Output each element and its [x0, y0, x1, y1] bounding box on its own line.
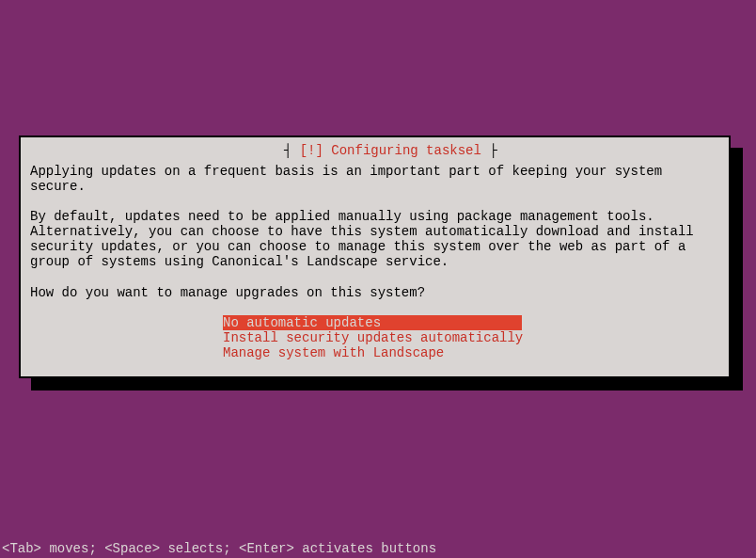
dialog-paragraph-2: By default, updates need to be applied m… [30, 209, 719, 269]
dialog-question: How do you want to manage upgrades on th… [30, 285, 719, 300]
options-list: No automatic updates Install security up… [223, 315, 719, 360]
footer-hint: <Tab> moves; <Space> selects; <Enter> ac… [2, 541, 436, 556]
dialog-title-row: ┤ [!] Configuring tasksel ├ [21, 128, 729, 173]
option-install-security-updates[interactable]: Install security updates automatically [223, 330, 523, 345]
option-manage-with-landscape[interactable]: Manage system with Landscape [223, 345, 444, 360]
config-dialog: ┤ [!] Configuring tasksel ├ Applying upd… [19, 136, 731, 378]
title-prefix: [!] [300, 143, 323, 158]
option-no-automatic-updates[interactable]: No automatic updates [223, 315, 522, 330]
dialog-title: Configuring tasksel [331, 143, 481, 158]
